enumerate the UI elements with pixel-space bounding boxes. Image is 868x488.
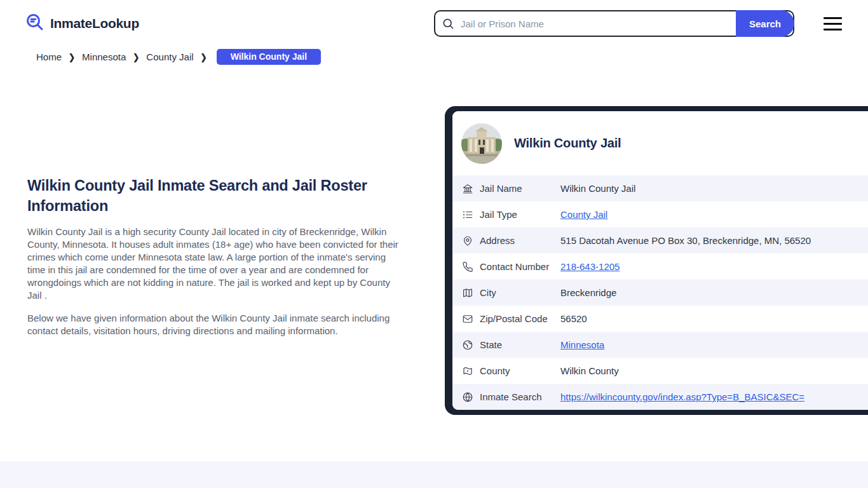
row-state: State Minnesota bbox=[452, 332, 868, 358]
inmate-search-link[interactable]: https://wilkincounty.gov/index.asp?Type=… bbox=[560, 391, 804, 402]
hamburger-menu-icon[interactable] bbox=[824, 17, 842, 30]
list-icon bbox=[462, 209, 473, 220]
row-value: 515 Dacotah Avenue PO Box 30, Breckenrid… bbox=[560, 235, 811, 246]
search-icon bbox=[442, 17, 454, 30]
contact-number-link[interactable]: 218-643-1205 bbox=[560, 261, 620, 272]
location-pin-icon bbox=[462, 235, 473, 247]
state-link[interactable]: Minnesota bbox=[560, 339, 604, 350]
page: InmateLookup Search Home ❯ Minnesota ❯ C… bbox=[0, 0, 868, 488]
jail-card: Wilkin County Jail Jail Name Wilkin Coun… bbox=[452, 111, 868, 410]
magnifier-lines-icon bbox=[25, 13, 44, 34]
page-title: Wilkin County Jail Inmate Search and Jai… bbox=[27, 175, 390, 216]
row-label: Contact Number bbox=[480, 261, 560, 272]
chevron-right-icon: ❯ bbox=[133, 51, 139, 62]
row-label: City bbox=[480, 287, 560, 298]
jail-card-header: Wilkin County Jail bbox=[452, 111, 868, 175]
map-icon bbox=[462, 287, 473, 299]
breadcrumb-home[interactable]: Home bbox=[36, 51, 62, 62]
row-label: Inmate Search bbox=[480, 391, 560, 402]
courthouse-photo bbox=[461, 123, 502, 164]
row-jail-name: Jail Name Wilkin County Jail bbox=[452, 175, 868, 201]
row-value: Wilkin County bbox=[560, 365, 619, 376]
intro-paragraph: Wilkin County Jail is a high security Co… bbox=[27, 226, 402, 302]
breadcrumb: Home ❯ Minnesota ❯ County Jail ❯ Wilkin … bbox=[36, 49, 321, 65]
row-address: Address 515 Dacotah Avenue PO Box 30, Br… bbox=[452, 227, 868, 254]
row-label: Address bbox=[480, 235, 560, 246]
globe-americas-icon bbox=[462, 339, 473, 351]
jail-search-form: Search bbox=[434, 10, 794, 37]
row-label: State bbox=[480, 339, 560, 350]
row-label: Zip/Postal Code bbox=[480, 313, 560, 324]
chevron-right-icon: ❯ bbox=[69, 51, 75, 62]
row-inmate-search: Inmate Search https://wilkincounty.gov/i… bbox=[452, 384, 868, 410]
row-label: Jail Name bbox=[480, 183, 560, 194]
globe-icon bbox=[462, 391, 473, 403]
breadcrumb-minnesota[interactable]: Minnesota bbox=[82, 51, 126, 62]
row-city: City Breckenridge bbox=[452, 280, 868, 306]
phone-icon bbox=[462, 261, 473, 273]
breadcrumb-current-badge: Wilkin County Jail bbox=[217, 49, 321, 65]
jail-card-frame: Wilkin County Jail Jail Name Wilkin Coun… bbox=[445, 106, 868, 415]
row-contact-number: Contact Number 218-643-1205 bbox=[452, 254, 868, 280]
row-value: Wilkin County Jail bbox=[560, 183, 635, 194]
envelope-icon bbox=[462, 313, 473, 325]
footer-strip bbox=[0, 461, 868, 488]
row-label: Jail Type bbox=[480, 209, 560, 220]
brand-name: InmateLookup bbox=[50, 16, 139, 31]
breadcrumb-county-jail[interactable]: County Jail bbox=[146, 51, 193, 62]
jail-card-title: Wilkin County Jail bbox=[514, 136, 621, 151]
brand-logo[interactable]: InmateLookup bbox=[25, 13, 139, 34]
jail-type-link[interactable]: County Jail bbox=[560, 209, 607, 220]
row-value: Breckenridge bbox=[560, 287, 616, 298]
county-map-icon bbox=[462, 365, 473, 377]
row-label: County bbox=[480, 365, 560, 376]
row-county: County Wilkin County bbox=[452, 358, 868, 384]
search-button[interactable]: Search bbox=[736, 10, 794, 37]
row-jail-type: Jail Type County Jail bbox=[452, 201, 868, 227]
info-paragraph: Below we have given information about th… bbox=[27, 312, 402, 337]
bank-icon bbox=[462, 183, 473, 194]
row-value: 56520 bbox=[560, 313, 587, 324]
chevron-right-icon: ❯ bbox=[201, 51, 207, 62]
row-zip-code: Zip/Postal Code 56520 bbox=[452, 306, 868, 332]
